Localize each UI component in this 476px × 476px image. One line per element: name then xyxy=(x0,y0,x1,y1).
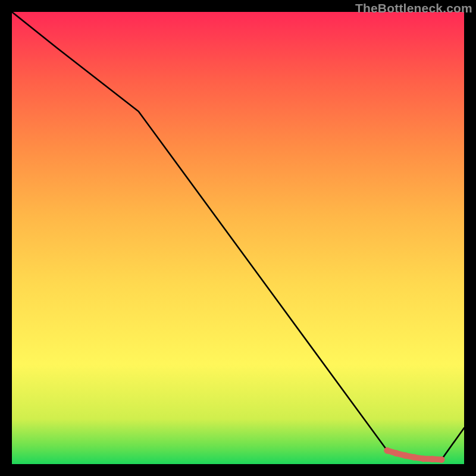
chart-plot-area xyxy=(12,12,464,464)
watermark-text: TheBottleneck.com xyxy=(355,1,472,15)
chart-frame: TheBottleneck.com xyxy=(0,0,476,476)
